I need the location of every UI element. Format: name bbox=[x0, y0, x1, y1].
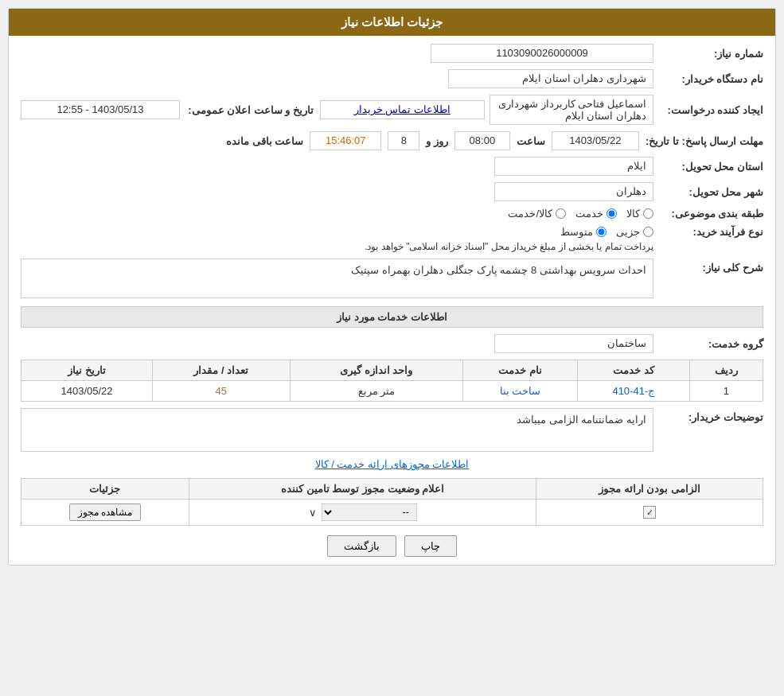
ijadKonande-label: ایجاد کننده درخواست: bbox=[660, 104, 763, 116]
ostanMahale-label: استان محل تحویل: bbox=[660, 161, 763, 173]
noeFarayand-label: نوع فرآیند خرید: bbox=[660, 226, 763, 238]
shomareNiaz-value: 1103090026000009 bbox=[431, 44, 653, 63]
shomareNiaz-label: شماره نیاز: bbox=[660, 48, 763, 60]
permit-row: ✓ -- ∨ مشاهده bbox=[21, 500, 763, 526]
mohlatSaat-label: ساعت bbox=[517, 135, 545, 147]
mohlatSaatMande-label: ساعت باقی مانده bbox=[226, 135, 303, 147]
namDastgah-label: نام دستگاه خریدار: bbox=[660, 73, 763, 85]
tabaqe-kala-khadamat[interactable]: کالا/خدمت bbox=[508, 208, 566, 220]
col-namKhadamat: نام خدمت bbox=[463, 360, 578, 381]
col-kodKhadamat: کد خدمت bbox=[578, 360, 689, 381]
elzami-checkbox: ✓ bbox=[643, 506, 656, 519]
tozihatKhardar-value: ارایه ضمانتنامه الزامی میباشد bbox=[517, 414, 646, 426]
tozihatKhardar-label: توضیحات خریدار: bbox=[660, 408, 763, 423]
vazeiat-select[interactable]: -- bbox=[322, 504, 417, 521]
col-tarikh: تاریخ نیاز bbox=[21, 360, 153, 381]
sharhKolli-value: احداث سرویس بهداشتی 8 چشمه پارک جنگلی ده… bbox=[351, 264, 646, 276]
gohreKhadamat-label: گروه خدمت: bbox=[660, 338, 763, 350]
tabaqe-kala[interactable]: کالا bbox=[626, 208, 653, 220]
cell-vazeiat: -- ∨ bbox=[189, 500, 536, 526]
services-table: ردیف کد خدمت نام خدمت واحد اندازه گیری ت… bbox=[21, 360, 763, 402]
col-elzami: الزامی بودن ارائه مجوز bbox=[536, 479, 763, 500]
page-title: جزئیات اطلاعات نیاز bbox=[9, 9, 775, 36]
shahrMahale-value: دهلران bbox=[494, 182, 653, 201]
ijadKonande-value: اسماعیل فتاحی کاربرداز شهرداری دهلران اس… bbox=[490, 95, 654, 125]
moshahede-mojoz-button[interactable]: مشاهده مجوز bbox=[69, 504, 141, 521]
col-radif: ردیف bbox=[689, 360, 763, 381]
permitSection-anchor[interactable]: اطلاعات مجوزهای ارائه خدمت / کالا bbox=[315, 458, 470, 470]
cell-tedad: 45 bbox=[153, 381, 291, 402]
noeFarayand-motevaset[interactable]: متوسط bbox=[560, 226, 607, 238]
col-vazeiatMojoz: اعلام وضعیت مجوز توسط تامین کننده bbox=[189, 479, 536, 500]
cell-elzami: ✓ bbox=[536, 500, 763, 526]
col-joziyat: جزئیات bbox=[21, 479, 189, 500]
shahrMahale-label: شهر محل تحویل: bbox=[660, 186, 763, 198]
cell-namKhadamat: ساخت بنا bbox=[463, 381, 578, 402]
mohlatSaat-value: 08:00 bbox=[454, 131, 510, 150]
namDastgah-value: شهرداری دهلران استان ایلام bbox=[448, 69, 654, 88]
noeFarayand-note: پرداخت تمام یا بخشی از مبلغ خریداز محل "… bbox=[21, 241, 653, 252]
noeFarayand-jozi[interactable]: جزیی bbox=[616, 226, 653, 238]
print-button[interactable]: چاپ bbox=[404, 535, 457, 557]
col-tedad: تعداد / مقدار bbox=[153, 360, 291, 381]
permitSection-link[interactable]: اطلاعات مجوزهای ارائه خدمت / کالا bbox=[21, 458, 763, 470]
mohlatSaatMande-value: 15:46:07 bbox=[310, 131, 381, 150]
table-row: 1 ج-41-410 ساخت بنا متر مربع 45 1403/05/… bbox=[21, 381, 763, 402]
gohreKhadamat-value: ساختمان bbox=[494, 334, 653, 353]
mohlatDate-value: 1403/05/22 bbox=[552, 131, 639, 150]
tabaqeBandi-label: طبقه بندی موضوعی: bbox=[660, 208, 763, 220]
cell-tarikh: 1403/05/22 bbox=[21, 381, 153, 402]
mohlatRooz-label: روز و bbox=[426, 135, 448, 147]
cell-joziyat: مشاهده مجوز bbox=[21, 500, 189, 526]
ettelaatTamas-link[interactable]: اطلاعات تماس خریدار bbox=[320, 100, 485, 119]
ostanMahale-value: ایلام bbox=[494, 157, 653, 176]
cell-kodKhadamat: ج-41-410 bbox=[578, 381, 689, 402]
mohlatRooz-value: 8 bbox=[388, 131, 419, 150]
mohlatErsalPasokh-label: مهلت ارسال پاسخ: تا تاریخ: bbox=[646, 135, 763, 147]
sharhKolli-label: شرح کلی نیاز: bbox=[660, 259, 763, 274]
noeFarayand-radio-group: جزیی متوسط bbox=[21, 226, 653, 238]
cell-radif: 1 bbox=[689, 381, 763, 402]
button-row: چاپ بازگشت bbox=[21, 535, 763, 557]
tabaqe-radio-group: کالا خدمت کالا/خدمت bbox=[508, 208, 653, 220]
khadamatSection-title: اطلاعات خدمات مورد نیاز bbox=[21, 306, 763, 328]
back-button[interactable]: بازگشت bbox=[327, 535, 396, 557]
tarikheElam-label: تاریخ و ساعت اعلان عمومی: bbox=[186, 104, 314, 116]
permit-table: الزامی بودن ارائه مجوز اعلام وضعیت مجوز … bbox=[21, 478, 763, 526]
cell-vahed: متر مربع bbox=[290, 381, 463, 402]
col-vahed: واحد اندازه گیری bbox=[290, 360, 463, 381]
tabaqe-khadamat[interactable]: خدمت bbox=[575, 208, 617, 220]
tarikheElam-value: 1403/05/13 - 12:55 bbox=[21, 100, 180, 119]
